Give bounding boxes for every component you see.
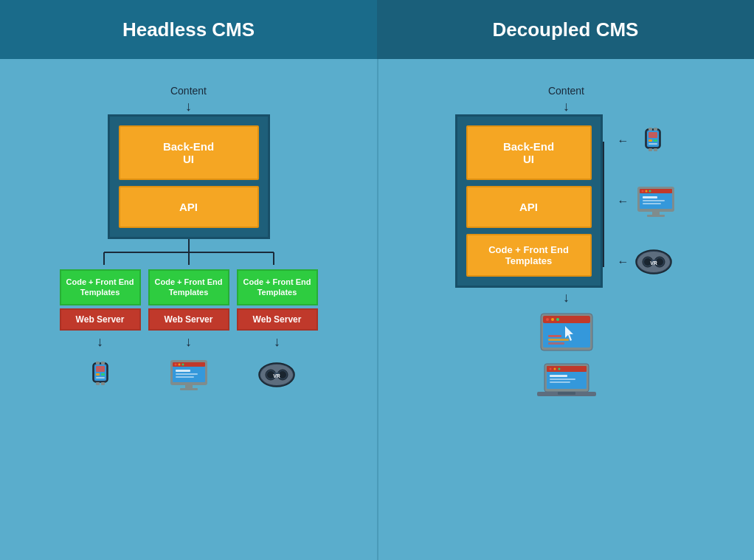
arrow-to-vr: ← (618, 255, 629, 269)
svg-rect-13 (101, 373, 105, 376)
header-left: Headless CMS (0, 0, 377, 59)
headless-api-block: API (119, 186, 259, 228)
svg-rect-75 (547, 366, 587, 372)
branch-lines (63, 239, 314, 265)
svg-text:VR: VR (273, 373, 280, 378)
decoupled-arrow-bottom: ↓ (563, 291, 570, 304)
svg-point-20 (181, 363, 184, 365)
svg-rect-72 (548, 342, 564, 345)
decoupled-vr-icon: VR (634, 243, 674, 281)
col1-green-box: Code + Front End Templates (60, 269, 141, 305)
svg-rect-80 (550, 378, 575, 380)
headless-backend-block: Back-End UI (119, 125, 259, 180)
decoupled-panel: Content ↓ Back-End UI API Code + Front E… (377, 59, 754, 560)
device-row-monitor: ← (618, 182, 678, 221)
svg-rect-81 (550, 381, 570, 383)
headless-content-label: Content (170, 85, 207, 97)
col3-icon: VR (257, 356, 297, 394)
svg-rect-11 (96, 366, 105, 372)
svg-rect-12 (96, 373, 100, 376)
svg-rect-42 (654, 139, 657, 142)
branch-svg (63, 239, 314, 265)
content: Content ↓ Back-End UI API (0, 59, 754, 560)
arrow-to-watch: ← (618, 134, 629, 148)
svg-rect-14 (96, 377, 105, 378)
col2-green-box: Code + Front End Templates (148, 269, 229, 305)
smartwatch-icon (81, 356, 120, 394)
right-devices-group: ← (618, 122, 678, 281)
laptop-icon (537, 360, 596, 401)
svg-point-49 (648, 190, 651, 193)
svg-rect-41 (648, 139, 652, 142)
device-row-vr: ← VR (618, 243, 678, 281)
svg-point-19 (178, 363, 180, 365)
svg-rect-52 (643, 203, 661, 204)
col-2: Code + Front End Templates Web Server ↓ (148, 269, 229, 394)
device-row-watch: ← (618, 122, 678, 160)
svg-rect-71 (548, 339, 569, 341)
svg-rect-21 (176, 370, 190, 372)
svg-rect-9 (96, 382, 100, 385)
svg-rect-38 (648, 148, 652, 151)
svg-rect-70 (548, 335, 561, 337)
svg-rect-53 (652, 212, 660, 215)
bottom-devices-group (537, 310, 596, 401)
decoupled-templates-block: Code + Front End Templates (466, 234, 592, 277)
svg-text:VR: VR (650, 260, 657, 266)
svg-rect-10 (101, 382, 105, 385)
col-3: Code + Front End Templates Web Server ↓ (237, 269, 318, 394)
decoupled-content-label: Content (548, 85, 584, 97)
svg-rect-22 (176, 373, 198, 375)
svg-rect-40 (648, 132, 657, 138)
svg-point-78 (558, 368, 560, 370)
decoupled-backend-block: Back-End UI (466, 125, 592, 180)
col1-web-server: Web Server (60, 308, 141, 331)
browser-icon-large (537, 310, 596, 354)
headless-title: Headless CMS (122, 18, 255, 41)
svg-point-18 (174, 363, 176, 365)
svg-rect-79 (550, 375, 567, 377)
svg-rect-37 (654, 128, 657, 131)
decoupled-container: Content ↓ Back-End UI API Code + Front E… (393, 74, 739, 401)
svg-rect-43 (648, 143, 657, 145)
col-1: Code + Front End Templates Web Server ↓ (60, 269, 141, 394)
svg-point-47 (641, 190, 643, 193)
svg-point-76 (549, 368, 551, 370)
col2-arrow: ↓ (185, 335, 192, 348)
svg-rect-36 (648, 128, 652, 131)
decoupled-main-row: Back-End UI API Code + Front End Templat… (455, 114, 678, 288)
svg-rect-46 (640, 189, 672, 193)
decoupled-api-block: API (466, 186, 592, 228)
svg-rect-51 (643, 200, 665, 201)
svg-rect-65 (543, 316, 590, 323)
svg-rect-17 (173, 362, 205, 367)
svg-rect-8 (101, 362, 105, 364)
svg-rect-54 (647, 215, 665, 217)
col3-web-server: Web Server (237, 308, 318, 331)
col2-web-server: Web Server (148, 308, 229, 331)
three-column-group: Code + Front End Templates Web Server ↓ (60, 269, 318, 394)
svg-point-68 (556, 318, 559, 321)
svg-point-67 (551, 318, 554, 321)
svg-rect-50 (643, 196, 657, 198)
svg-rect-83 (558, 392, 575, 395)
decoupled-watch-icon (634, 122, 672, 160)
headless-cms-box: Back-End UI API (108, 114, 270, 239)
svg-rect-24 (185, 385, 193, 388)
col3-green-box: Code + Front End Templates (237, 269, 318, 305)
svg-point-77 (553, 368, 556, 370)
decoupled-arrow-top: ↓ (563, 100, 570, 113)
arrow-content-to-cms: ↓ (185, 100, 192, 113)
col1-icon (81, 356, 120, 394)
headless-panel: Content ↓ Back-End UI API (0, 59, 377, 560)
col2-icon (167, 356, 211, 394)
monitor-icon (167, 356, 211, 394)
decoupled-title: Decoupled CMS (493, 18, 639, 41)
svg-rect-39 (654, 148, 657, 151)
arrow-to-monitor: ← (618, 195, 629, 208)
headless-container: Content ↓ Back-End UI API (15, 74, 362, 394)
decoupled-cms-box: Back-End UI API Code + Front End Templat… (455, 114, 603, 288)
svg-point-48 (645, 190, 647, 193)
col3-arrow: ↓ (274, 335, 280, 348)
svg-rect-25 (180, 388, 198, 390)
